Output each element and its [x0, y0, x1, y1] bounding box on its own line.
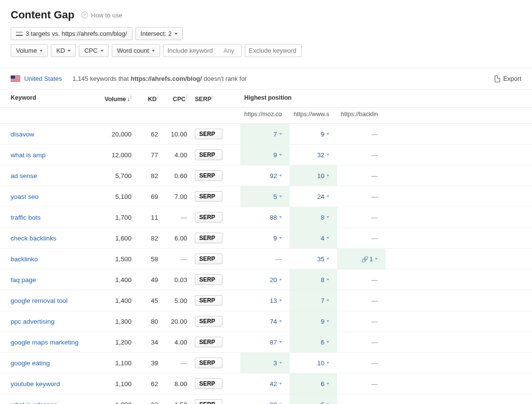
- position-cell[interactable]: 35: [290, 249, 337, 269]
- position-cell[interactable]: —: [337, 353, 385, 374]
- col-cpc[interactable]: CPCi: [162, 90, 191, 108]
- serp-cell: SERP: [191, 394, 230, 404]
- include-keyword-field[interactable]: [167, 47, 221, 54]
- keyword-cell[interactable]: what is amp: [0, 145, 97, 165]
- cpc-filter[interactable]: CPC: [79, 44, 108, 57]
- position-cell[interactable]: 8: [290, 207, 337, 228]
- serp-button[interactable]: SERP: [195, 295, 222, 306]
- keyword-cell[interactable]: yoast seo: [0, 186, 97, 207]
- position-cell[interactable]: —: [337, 207, 385, 228]
- volume-cell: 1,000: [97, 394, 135, 404]
- position-cell[interactable]: 3: [240, 353, 290, 374]
- position-cell[interactable]: 10: [290, 165, 337, 186]
- position-cell[interactable]: 20: [240, 269, 290, 290]
- position-cell[interactable]: 24: [290, 186, 337, 207]
- position-cell[interactable]: 88: [240, 207, 290, 228]
- intersect-button[interactable]: Intersect: 2: [135, 27, 183, 40]
- position-cell[interactable]: —: [337, 145, 385, 165]
- how-to-use-link[interactable]: ? How to use: [81, 12, 122, 19]
- position-cell[interactable]: 42: [240, 374, 290, 394]
- table-row: backlinko1,50058—SERP —35 🔗1: [0, 249, 532, 269]
- col-keyword[interactable]: Keyword: [0, 90, 97, 108]
- position-cell[interactable]: —: [337, 124, 385, 145]
- col-kd[interactable]: KDi: [135, 90, 162, 108]
- position-cell[interactable]: —: [337, 394, 385, 404]
- position-cell[interactable]: —: [337, 311, 385, 332]
- serp-cell: SERP: [191, 332, 230, 353]
- position-cell[interactable]: 6: [290, 332, 337, 353]
- serp-button[interactable]: SERP: [195, 378, 222, 389]
- volume-cell: 1,100: [97, 374, 135, 394]
- position-cell[interactable]: 5: [290, 394, 337, 404]
- position-cell[interactable]: 13: [240, 290, 290, 311]
- volume-cell: 1,600: [97, 228, 135, 249]
- position-cell[interactable]: —: [240, 249, 290, 269]
- position-cell[interactable]: 8: [290, 269, 337, 290]
- serp-button[interactable]: SERP: [195, 274, 222, 285]
- keyword-cell[interactable]: what is adsense: [0, 394, 97, 404]
- serp-button[interactable]: SERP: [195, 129, 222, 139]
- volume-filter[interactable]: Volume: [11, 44, 48, 57]
- position-cell[interactable]: 87: [240, 332, 290, 353]
- serp-button[interactable]: SERP: [195, 170, 222, 181]
- serp-cell: SERP: [191, 145, 230, 165]
- serp-button[interactable]: SERP: [195, 150, 222, 160]
- position-cell[interactable]: 32: [290, 145, 337, 165]
- serp-button[interactable]: SERP: [195, 358, 222, 368]
- include-keyword-input[interactable]: Any: [163, 44, 241, 57]
- position-cell[interactable]: —: [337, 165, 385, 186]
- position-cell[interactable]: 92: [240, 165, 290, 186]
- keyword-cell[interactable]: backlinko: [0, 249, 97, 269]
- keyword-cell[interactable]: disavow: [0, 124, 97, 145]
- serp-button[interactable]: SERP: [195, 316, 222, 327]
- position-cell[interactable]: —: [337, 186, 385, 207]
- keyword-cell[interactable]: ppc advertising: [0, 311, 97, 332]
- position-cell[interactable]: 92: [240, 394, 290, 404]
- word-count-filter[interactable]: Word count: [112, 44, 160, 57]
- serp-button[interactable]: SERP: [195, 233, 222, 243]
- position-cell[interactable]: 10: [290, 353, 337, 374]
- targets-button[interactable]: 3 targets vs. https://ahrefs.com/blog/: [11, 27, 133, 40]
- col-serp[interactable]: SERPi: [191, 90, 230, 108]
- position-cell[interactable]: —: [337, 269, 385, 290]
- keyword-cell[interactable]: ad sense: [0, 165, 97, 186]
- chevron-down-icon: [279, 299, 282, 301]
- kd-filter[interactable]: KD: [51, 44, 76, 57]
- serp-button[interactable]: SERP: [195, 212, 222, 223]
- position-cell[interactable]: —: [337, 290, 385, 311]
- keyword-cell[interactable]: google maps marketing: [0, 332, 97, 353]
- position-cell[interactable]: 7: [290, 290, 337, 311]
- position-cell[interactable]: 4: [290, 228, 337, 249]
- position-cell[interactable]: 9: [240, 145, 290, 165]
- position-cell[interactable]: —: [337, 374, 385, 394]
- col-volume[interactable]: Volume↓i: [97, 90, 135, 108]
- keyword-cell[interactable]: google eating: [0, 353, 97, 374]
- table-row: what is adsense1,000621.50SERP 92 5 —: [0, 394, 532, 404]
- country-select[interactable]: United States: [24, 75, 64, 82]
- serp-button[interactable]: SERP: [195, 191, 222, 202]
- chevron-down-icon: [175, 33, 177, 35]
- keyword-cell[interactable]: check backlinks: [0, 228, 97, 249]
- serp-button[interactable]: SERP: [195, 254, 222, 264]
- keyword-cell[interactable]: youtube keyword: [0, 374, 97, 394]
- export-button[interactable]: Export: [495, 75, 521, 82]
- position-cell[interactable]: 9: [290, 311, 337, 332]
- keyword-cell[interactable]: google removal tool: [0, 290, 97, 311]
- position-cell[interactable]: 7: [240, 124, 290, 145]
- position-cell[interactable]: 74: [240, 311, 290, 332]
- exclude-keyword-field[interactable]: [249, 47, 297, 54]
- position-cell[interactable]: 🔗1: [337, 249, 385, 269]
- position-cell[interactable]: 9: [290, 124, 337, 145]
- table-row: check backlinks1,600826.00SERP 9 4 —: [0, 228, 532, 249]
- keyword-cell[interactable]: traffic bots: [0, 207, 97, 228]
- position-cell[interactable]: —: [337, 332, 385, 353]
- position-cell[interactable]: —: [337, 228, 385, 249]
- keyword-cell[interactable]: faq page: [0, 269, 97, 290]
- cpc-cell: 20.00: [162, 311, 191, 332]
- serp-button[interactable]: SERP: [195, 337, 222, 347]
- exclude-keyword-input[interactable]: [245, 44, 302, 57]
- serp-button[interactable]: SERP: [195, 399, 222, 404]
- position-cell[interactable]: 5: [240, 186, 290, 207]
- position-cell[interactable]: 6: [290, 374, 337, 394]
- position-cell[interactable]: 9: [240, 228, 290, 249]
